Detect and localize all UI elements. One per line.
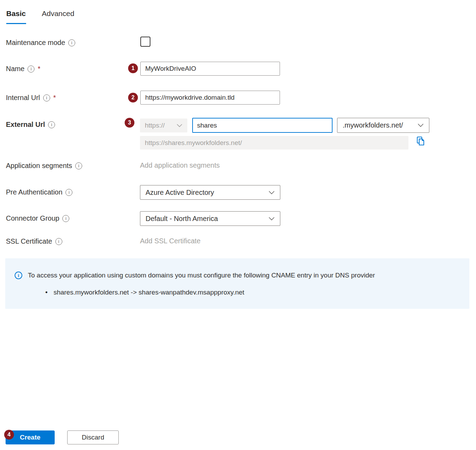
required-marker: * <box>53 94 56 102</box>
chevron-down-icon <box>177 124 182 128</box>
annotation-badge-1: 1 <box>128 63 138 73</box>
external-url-domain-dropdown[interactable]: .myworkfolders.net/ <box>337 118 429 133</box>
ssl-certificate-label: SSL Certificate <box>6 237 52 245</box>
info-icon[interactable]: i <box>28 66 34 73</box>
info-icon[interactable]: i <box>68 39 75 46</box>
info-icon[interactable]: i <box>48 121 55 128</box>
required-marker: * <box>38 65 40 73</box>
tab-basic[interactable]: Basic <box>6 9 26 18</box>
info-banner-message: To access your application using custom … <box>28 272 375 279</box>
pre-authentication-label-row: Pre Authentication i <box>6 188 72 196</box>
name-label-row: Name i * <box>6 65 40 73</box>
internal-url-label-row: Internal Url i * <box>6 94 56 102</box>
connector-group-label: Connector Group <box>6 214 59 222</box>
ssl-certificate-label-row: SSL Certificate i <box>6 237 62 245</box>
connector-group-label-row: Connector Group i <box>6 214 69 222</box>
info-icon[interactable]: i <box>43 94 50 101</box>
annotation-badge-3: 3 <box>125 118 134 128</box>
add-ssl-certificate-link[interactable]: Add SSL Certificate <box>140 237 201 245</box>
bullet-icon: • <box>45 289 48 296</box>
info-icon[interactable]: i <box>65 189 72 196</box>
tab-advanced[interactable]: Advanced <box>42 9 74 18</box>
internal-url-label: Internal Url <box>6 94 40 102</box>
name-label: Name <box>6 65 24 73</box>
connector-group-dropdown[interactable]: Default - North America <box>140 211 280 226</box>
chevron-down-icon <box>268 191 275 195</box>
external-url-protocol-value: https:// <box>145 122 165 129</box>
maintenance-mode-checkbox[interactable] <box>140 37 150 47</box>
info-banner-icon: i <box>15 272 22 279</box>
external-url-domain-value: .myworkfolders.net/ <box>343 121 403 129</box>
copy-icon[interactable] <box>415 136 426 146</box>
external-url-label-row: External Url i <box>6 121 55 129</box>
internal-url-input[interactable]: https://myworkdrive.domain.tld <box>140 91 280 105</box>
pre-authentication-dropdown[interactable]: Azure Active Directory <box>140 185 280 200</box>
pre-authentication-label: Pre Authentication <box>6 188 62 196</box>
pre-authentication-value: Azure Active Directory <box>146 189 214 197</box>
tab-basic-underline <box>6 23 26 24</box>
chevron-down-icon <box>418 123 424 127</box>
external-url-preview-value: https://shares.myworkfolders.net/ <box>145 139 242 147</box>
info-icon[interactable]: i <box>62 215 69 222</box>
application-segments-label-row: Application segments i <box>6 162 82 170</box>
discard-button[interactable]: Discard <box>67 430 119 444</box>
annotation-badge-4: 4 <box>4 430 14 440</box>
maintenance-mode-label-row: Maintenance mode i <box>6 39 75 47</box>
external-url-label: External Url <box>6 121 45 129</box>
annotation-badge-2: 2 <box>128 93 138 102</box>
maintenance-mode-label: Maintenance mode <box>6 39 65 47</box>
add-application-segments-link[interactable]: Add application segments <box>140 161 220 169</box>
chevron-down-icon <box>268 217 275 221</box>
application-segments-label: Application segments <box>6 162 72 170</box>
info-icon[interactable]: i <box>55 238 62 245</box>
info-banner: i To access your application using custo… <box>5 258 469 309</box>
external-url-preview-field: https://shares.myworkfolders.net/ <box>140 136 408 150</box>
name-input[interactable]: MyWorkDriveAIO <box>140 62 280 76</box>
info-banner-cname-entry: shares.myworkfolders.net -> shares-wanpa… <box>54 289 244 296</box>
external-url-protocol-dropdown[interactable]: https:// <box>140 119 187 132</box>
external-url-subdomain-input[interactable]: shares <box>192 118 333 133</box>
connector-group-value: Default - North America <box>146 215 218 223</box>
info-icon[interactable]: i <box>75 162 82 169</box>
info-banner-cname-row: • shares.myworkfolders.net -> shares-wan… <box>45 289 244 296</box>
